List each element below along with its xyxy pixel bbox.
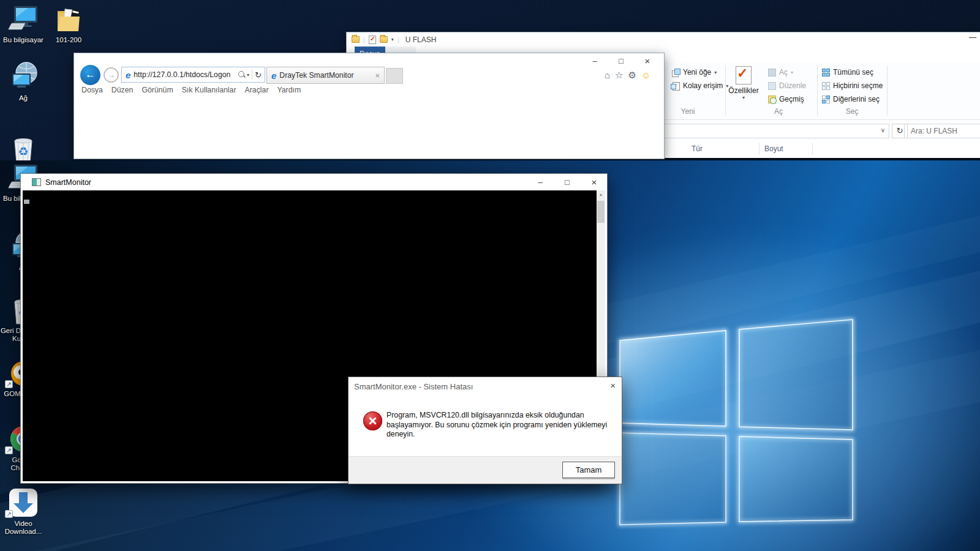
screen-bottom: Bu bilgisayar Ağ xyxy=(0,160,980,551)
screen-top: Bu bilgisayar 101-200 xyxy=(0,0,980,160)
menu-sik-kullanilanlar[interactable]: Sık Kullanılanlar xyxy=(182,86,236,94)
invert-selection-button[interactable]: Diğerlerini seç xyxy=(822,95,880,103)
new-item-icon xyxy=(672,69,680,77)
edit-button: Düzenle xyxy=(768,81,806,90)
back-button[interactable]: ← xyxy=(80,65,100,85)
recycle-bin-icon: ♻ xyxy=(0,133,48,160)
video-downloader-icon: ↗ xyxy=(0,487,48,518)
gear-icon[interactable]: ⚙ xyxy=(628,70,636,81)
error-dialog-title: SmartMonitor.exe - Sistem Hatası xyxy=(354,382,473,391)
menu-dosya[interactable]: Dosya xyxy=(81,86,103,94)
smiley-icon[interactable]: ☺ xyxy=(641,70,650,81)
shortcut-arrow-icon: ↗ xyxy=(5,510,13,518)
icon-label: Bu bilgisayar xyxy=(0,36,48,44)
close-button[interactable]: × xyxy=(586,176,602,189)
divider: | xyxy=(398,36,399,43)
close-icon[interactable]: × xyxy=(610,380,616,391)
desktop-icon-recycle-bin[interactable]: ♻ xyxy=(0,133,48,160)
shortcut-arrow-icon: ↗ xyxy=(5,380,13,388)
ribbon-group-open: Aç xyxy=(749,107,808,116)
easy-access-icon xyxy=(672,82,680,90)
column-header-size[interactable]: Boyut xyxy=(764,144,783,153)
properties-qat-icon[interactable] xyxy=(369,36,376,44)
history-icon xyxy=(768,96,776,103)
ie-logo-icon: e xyxy=(271,70,276,81)
ie-page-content: DrayTek xyxy=(75,97,663,158)
ok-button[interactable]: Tamam xyxy=(562,462,615,478)
star-icon[interactable]: ☆ xyxy=(615,70,623,81)
close-button[interactable]: × xyxy=(639,55,655,67)
smartmonitor-window-controls: – □ × xyxy=(532,176,602,189)
edit-icon xyxy=(768,82,776,90)
maximize-button[interactable]: □ xyxy=(613,55,629,67)
icon-label: Video Download... xyxy=(0,520,48,536)
error-dialog-titlebar[interactable]: SmartMonitor.exe - Sistem Hatası × xyxy=(349,377,622,395)
properties-icon xyxy=(736,66,752,84)
divider xyxy=(759,143,760,155)
divider xyxy=(252,70,252,80)
tab-title: DrayTek SmartMonitor xyxy=(279,71,371,80)
desktop-icon-this-pc[interactable]: Bu bilgisayar xyxy=(0,4,48,44)
chevron-down-icon: ▾ xyxy=(728,95,760,100)
menu-araclar[interactable]: Araçlar xyxy=(245,86,269,94)
browser-tab[interactable]: e DrayTek SmartMonitor × xyxy=(266,67,385,84)
refresh-icon[interactable]: ↻ xyxy=(255,70,262,80)
error-message: Program, MSVCR120.dll bilgisayarınızda e… xyxy=(386,411,614,440)
menu-yardim[interactable]: Yardım xyxy=(277,86,301,94)
open-icon xyxy=(768,69,776,77)
explorer-titlebar[interactable]: | ▾ | U FLASH — xyxy=(347,32,980,47)
desktop-icon-folder-101-200[interactable]: 101-200 xyxy=(44,4,93,44)
maximize-button[interactable]: □ xyxy=(559,176,575,189)
desktop: Bu bilgisayar 101-200 xyxy=(0,0,980,551)
scrollbar-thumb[interactable] xyxy=(597,201,605,223)
open-button: Aç ▾ xyxy=(768,68,793,77)
ie-window: – □ × ← → e http://127.0.0.1/htdocs/Logo… xyxy=(74,53,665,159)
new-tab-button[interactable] xyxy=(386,68,403,84)
console-cursor xyxy=(24,200,29,204)
ie-window-controls: – □ × xyxy=(587,55,655,67)
select-all-button[interactable]: Tümünü seç xyxy=(822,68,873,77)
search-icon[interactable] xyxy=(238,71,246,78)
home-icon[interactable]: ⌂ xyxy=(605,70,610,81)
icon-label: 101-200 xyxy=(44,36,93,44)
divider xyxy=(812,143,813,155)
chevron-down-icon: ▾ xyxy=(714,70,717,75)
smartmonitor-app-icon xyxy=(32,178,41,186)
column-header-type[interactable]: Tür xyxy=(692,144,703,153)
new-item-button[interactable]: Yeni öğe ▾ xyxy=(672,68,717,77)
chevron-down-icon: ▾ xyxy=(791,70,793,75)
minimize-button[interactable]: — xyxy=(969,33,976,42)
divider: | xyxy=(363,36,365,43)
ie-logo-icon: e xyxy=(126,70,130,80)
tab-close-icon[interactable]: × xyxy=(375,71,380,80)
invert-selection-icon xyxy=(822,96,830,103)
desktop-icon-video-downloader[interactable]: ↗ Video Download... xyxy=(0,487,48,536)
scroll-up-icon[interactable]: ▲ xyxy=(597,192,605,197)
menu-gorunum[interactable]: Görünüm xyxy=(141,86,173,94)
folder-icon xyxy=(352,36,360,43)
network-icon xyxy=(0,62,48,92)
select-none-button[interactable]: Hiçbirini seçme xyxy=(822,81,883,90)
chevron-down-icon[interactable]: ▾ xyxy=(247,72,249,78)
chevron-down-icon[interactable]: ∨ xyxy=(881,127,885,133)
minimize-button[interactable]: – xyxy=(532,176,548,189)
search-input[interactable]: Ara: U FLASH xyxy=(904,124,980,138)
easy-access-button[interactable]: Kolay erişim ▾ xyxy=(672,81,728,90)
divider xyxy=(887,66,888,116)
menu-duzen[interactable]: Düzen xyxy=(111,86,134,94)
error-dialog-footer: Tamam xyxy=(349,456,622,484)
desktop-icon-network[interactable]: Ağ xyxy=(0,62,48,102)
folder-icon xyxy=(44,4,93,34)
minimize-button[interactable]: – xyxy=(587,55,603,67)
smartmonitor-title: SmartMonitor xyxy=(45,178,91,187)
history-button[interactable]: Geçmiş xyxy=(768,95,804,103)
explorer-title: U FLASH xyxy=(405,36,437,44)
chevron-down-icon[interactable]: ▾ xyxy=(391,37,394,42)
properties-button[interactable]: Özellikler ▾ xyxy=(728,66,760,100)
ie-address-bar[interactable]: e http://127.0.0.1/htdocs/Logon ▾ ↻ xyxy=(121,67,265,83)
divider xyxy=(817,66,818,116)
url-text[interactable]: http://127.0.0.1/htdocs/Logon xyxy=(134,70,230,79)
new-folder-qat-icon[interactable] xyxy=(380,36,388,43)
smartmonitor-titlebar[interactable]: SmartMonitor – □ × xyxy=(21,174,607,190)
forward-button[interactable]: → xyxy=(104,67,119,83)
